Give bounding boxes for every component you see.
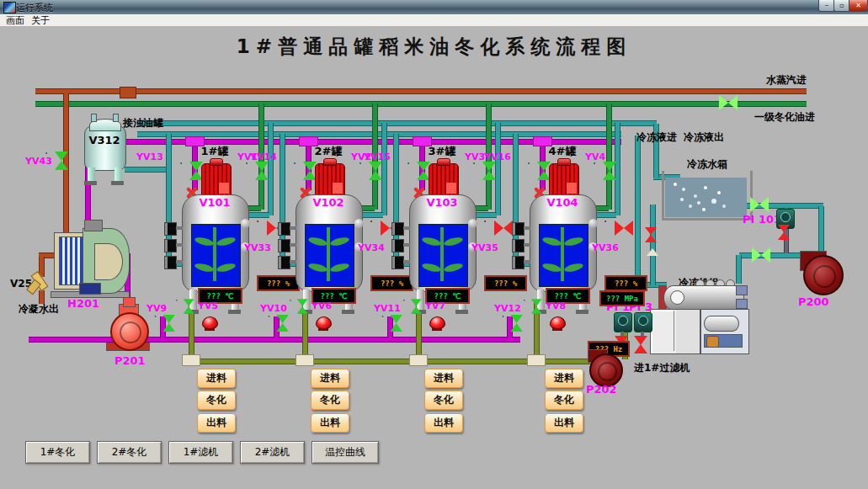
pipe-tee bbox=[120, 87, 136, 98]
v312-nozzle bbox=[91, 114, 97, 122]
nav-button-filter-1[interactable]: 1#滤机 bbox=[168, 441, 233, 464]
discharge-button[interactable]: 出料 bbox=[311, 413, 349, 433]
tank-knob bbox=[588, 219, 598, 228]
side-valve-icon bbox=[604, 218, 633, 240]
valve-label: YV8 bbox=[546, 300, 566, 311]
valve-label: YV11 bbox=[374, 303, 401, 314]
h201-bottom-box bbox=[79, 283, 101, 295]
drain-valve-icon bbox=[382, 313, 405, 332]
level-display: ??? % bbox=[604, 275, 647, 291]
outlet-valve-icon bbox=[290, 298, 310, 316]
valve-label: YV14 bbox=[250, 151, 277, 162]
tank-group-4: 4#罐 YV16 YV4 V104 ??? ℃ ??? % bbox=[466, 144, 659, 440]
steam-valve-icon bbox=[594, 160, 619, 182]
winterize-button[interactable]: 冬化 bbox=[311, 391, 349, 410]
close-button[interactable]: ✕ bbox=[849, 0, 868, 12]
v312-leg bbox=[88, 167, 95, 181]
v25-valve-icon bbox=[27, 270, 49, 294]
p200-label: P200 bbox=[798, 295, 829, 308]
side-sensor bbox=[164, 256, 177, 269]
valve-label: YV15 bbox=[364, 151, 391, 162]
compressor-body bbox=[704, 316, 739, 332]
tank-level-window bbox=[539, 224, 588, 287]
valve-label: YV10 bbox=[260, 303, 287, 314]
winterize-button[interactable]: 冬化 bbox=[545, 391, 583, 410]
skid-motor bbox=[706, 336, 719, 348]
agitator-motor bbox=[315, 163, 345, 199]
side-sensor bbox=[278, 239, 290, 252]
sensor-stub bbox=[524, 243, 530, 247]
p200-pump bbox=[803, 255, 844, 295]
side-sensor bbox=[512, 256, 525, 269]
v312-foot bbox=[84, 181, 97, 185]
sensor-stub bbox=[290, 226, 296, 230]
sensor-stub bbox=[524, 260, 530, 263]
chiller-flange bbox=[736, 299, 748, 309]
motor-label: V104 bbox=[539, 196, 586, 209]
chiller-manway bbox=[670, 290, 684, 305]
agitator-motor bbox=[429, 163, 459, 199]
feed-button[interactable]: 进料 bbox=[545, 369, 583, 388]
side-sensor bbox=[164, 239, 177, 252]
cabinet-door-divider bbox=[674, 311, 674, 351]
valve-label: YV36 bbox=[592, 242, 619, 253]
sensor-stub bbox=[290, 260, 296, 263]
alarm-lamp bbox=[429, 316, 445, 329]
sensor-stub bbox=[290, 243, 296, 247]
nav-button-winterize-1[interactable]: 1#冬化 bbox=[25, 441, 90, 464]
discharge-button[interactable]: 出料 bbox=[424, 413, 463, 433]
agitator-motor bbox=[549, 163, 579, 199]
title-bar: 运行系统 – ▫ ✕ bbox=[0, 0, 868, 14]
sensor-stub bbox=[176, 226, 183, 230]
pipe-segment bbox=[35, 101, 807, 107]
app-icon bbox=[3, 2, 16, 13]
label-oil-in: 一级冬化油进 bbox=[754, 110, 815, 125]
tank-level-window bbox=[418, 224, 468, 287]
side-sensor bbox=[278, 256, 290, 269]
feed-button[interactable]: 进料 bbox=[424, 369, 463, 388]
outlet-valve-icon bbox=[524, 298, 544, 316]
label-coolant-in: 冷冻液进 bbox=[636, 130, 677, 145]
nav-button-temp-curve[interactable]: 温控曲线 bbox=[312, 441, 379, 464]
valve-label: YV12 bbox=[494, 303, 521, 314]
yv43-valve-icon bbox=[45, 150, 71, 172]
outlet-valve-icon bbox=[176, 298, 196, 316]
valve-label: YV7 bbox=[425, 300, 445, 311]
sensor-stub bbox=[403, 260, 410, 263]
label-condensate-out: 冷凝水出 bbox=[19, 302, 59, 316]
discharge-button[interactable]: 出料 bbox=[545, 413, 583, 433]
window-title: 运行系统 bbox=[16, 2, 53, 14]
pipe-segment bbox=[137, 120, 657, 126]
h201-top-box bbox=[84, 220, 103, 231]
discharge-button[interactable]: 出料 bbox=[197, 413, 236, 433]
label-steam-in: 水蒸汽进 bbox=[766, 73, 807, 88]
maximize-button[interactable]: ▫ bbox=[833, 0, 850, 12]
nav-button-filter-2[interactable]: 2#滤机 bbox=[240, 441, 305, 464]
winterize-button[interactable]: 冬化 bbox=[424, 391, 463, 410]
minimize-button[interactable]: – bbox=[818, 0, 835, 12]
winterize-button[interactable]: 冬化 bbox=[197, 391, 236, 410]
sensor-stub bbox=[403, 226, 410, 230]
agitator-motor bbox=[201, 163, 232, 199]
side-sensor bbox=[391, 239, 404, 252]
side-sensor bbox=[278, 222, 290, 236]
side-sensor bbox=[391, 222, 404, 236]
valve-label: YV5 bbox=[198, 300, 218, 311]
pipe-segment bbox=[736, 255, 742, 284]
side-sensor bbox=[512, 222, 525, 236]
side-sensor bbox=[164, 222, 177, 236]
side-sensor bbox=[512, 239, 525, 252]
sensor-stub bbox=[176, 260, 183, 263]
menu-item-about[interactable]: 关于 bbox=[29, 14, 52, 27]
sensor-stub bbox=[176, 243, 183, 247]
menu-item-screens[interactable]: 画面 bbox=[3, 14, 27, 27]
feed-button[interactable]: 进料 bbox=[197, 369, 236, 388]
label-receiving-tank: 接浊油罐 bbox=[123, 116, 163, 130]
drain-valve-icon bbox=[503, 313, 525, 332]
drain-valve-icon bbox=[269, 313, 291, 332]
tank-foot bbox=[576, 310, 588, 314]
valve-label: YV9 bbox=[146, 303, 167, 314]
nav-button-winterize-2[interactable]: 2#冬化 bbox=[97, 441, 162, 464]
feed-button[interactable]: 进料 bbox=[311, 369, 349, 388]
h201-label: H201 bbox=[67, 297, 99, 310]
